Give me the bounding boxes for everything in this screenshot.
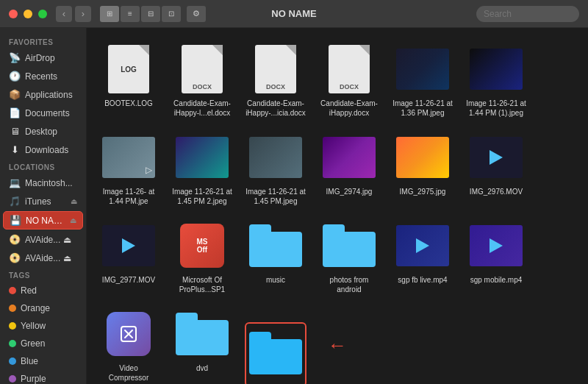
purple-tag-label: Purple xyxy=(21,374,46,384)
docx-icon-3: DOCX xyxy=(329,45,370,93)
img2976-label: IMG_2976.MOV xyxy=(470,187,523,196)
itunes-eject-icon[interactable]: ⏏ xyxy=(71,197,77,205)
sidebar-item-avaide1[interactable]: 📀 AVAide... ⏏ xyxy=(3,231,83,248)
file-item-music[interactable]: music xyxy=(243,216,309,297)
file-item-img2976[interactable]: IMG_2976.MOV xyxy=(463,128,529,209)
dvd-folder-body xyxy=(176,320,229,355)
file-item-msoffice[interactable]: MSOff Microsoft Of ProPlus...SP1 xyxy=(169,216,235,297)
candidate3-label: Candidate-Exam-iHappy.docx xyxy=(319,99,379,118)
file-item-sgpmobile[interactable]: sgp mobile.mp4 xyxy=(463,216,529,297)
sidebar-item-tag-red[interactable]: Red xyxy=(3,282,83,299)
sidebar-item-tag-purple[interactable]: Purple xyxy=(3,371,83,384)
compress-icon xyxy=(117,322,140,346)
sidebar-item-applications[interactable]: 📦 Applications xyxy=(3,86,83,103)
image2-thumb xyxy=(470,49,523,90)
icon-view-button[interactable]: ⊞ xyxy=(100,6,119,22)
file-thumb-bootex: LOG xyxy=(102,43,155,96)
image5-label: Image 11-26-21 at 1.45 PM.jpeg xyxy=(245,187,306,206)
itunes-icon: 🎵 xyxy=(9,196,21,207)
macintosh-icon: 💻 xyxy=(9,177,21,188)
file-item-image5[interactable]: Image 11-26-21 at 1.45 PM.jpeg xyxy=(243,128,309,209)
file-item-candidate3[interactable]: DOCX Candidate-Exam-iHappy.docx xyxy=(316,40,382,121)
image4-label: Image 11-26-21 at 1.45 PM 2.jpeg xyxy=(172,187,232,206)
file-grid: LOG BOOTEX.LOG DOCX Candidate-Exam-iHapp… xyxy=(96,40,579,384)
file-item-videocomp[interactable]: Video Compressor xyxy=(96,305,162,384)
column-view-button[interactable]: ⊟ xyxy=(141,6,160,22)
green-tag-label: Green xyxy=(21,338,45,349)
file-item-image4[interactable]: Image 11-26-21 at 1.45 PM 2.jpeg xyxy=(169,128,235,209)
sort-settings-button[interactable]: ⚙ xyxy=(187,6,206,22)
file-item-image3[interactable]: Image 11-26- at 1.44 PM.jpe xyxy=(96,128,162,209)
search-input[interactable] xyxy=(476,6,579,22)
airdrop-label: AirDrop xyxy=(25,53,55,63)
locations-label: Locations xyxy=(0,159,86,174)
red-tag-dot xyxy=(9,287,16,294)
sidebar-item-documents[interactable]: 📄 Documents xyxy=(3,104,83,121)
file-item-dvdfiles[interactable]: ← DVD files xyxy=(243,319,309,384)
candidate1-label: Candidate-Exam-iHappy-l...el.docx xyxy=(172,99,232,118)
file-thumb-img2975 xyxy=(396,131,449,184)
file-thumb-image1 xyxy=(396,43,449,96)
yellow-tag-dot xyxy=(9,322,16,330)
applications-icon: 📦 xyxy=(9,89,21,100)
file-item-img2977[interactable]: IMG_2977.MOV xyxy=(96,216,162,297)
file-thumb-image2 xyxy=(470,43,523,96)
file-thumb-img2976 xyxy=(470,131,523,184)
close-button[interactable] xyxy=(9,10,18,18)
favorites-label: Favorites xyxy=(0,34,86,49)
file-item-bootex[interactable]: LOG BOOTEX.LOG xyxy=(96,40,162,121)
file-item-dvd[interactable]: dvd xyxy=(169,305,235,384)
back-button[interactable]: ‹ xyxy=(56,6,72,22)
file-item-image1[interactable]: Image 11-26-21 at 1.36 PM.jpeg xyxy=(390,40,456,121)
sidebar-item-tag-orange[interactable]: Orange xyxy=(3,300,83,316)
file-thumb-img2977 xyxy=(102,219,155,272)
candidate2-label: Candidate-Exam-iHappy-...icia.docx xyxy=(245,99,306,118)
image1-label: Image 11-26-21 at 1.36 PM.jpeg xyxy=(392,99,453,118)
img2974-label: IMG_2974.jpg xyxy=(326,187,373,196)
recents-icon: 🕐 xyxy=(9,71,21,82)
forward-button[interactable]: › xyxy=(75,6,91,22)
minimize-button[interactable] xyxy=(24,10,32,18)
sidebar-item-tag-green[interactable]: Green xyxy=(3,335,83,352)
dvd-label: dvd xyxy=(196,363,208,373)
image3-thumb xyxy=(102,137,155,178)
maximize-button[interactable] xyxy=(38,10,47,18)
downloads-icon: ⬇ xyxy=(9,144,21,155)
sidebar-item-airdrop[interactable]: 📡 AirDrop xyxy=(3,49,83,66)
noname-eject-icon[interactable]: ⏏ xyxy=(70,216,76,224)
list-view-button[interactable]: ≡ xyxy=(121,6,140,22)
airdrop-icon: 📡 xyxy=(9,52,21,63)
sidebar-item-tag-yellow[interactable]: Yellow xyxy=(3,318,83,334)
sidebar-item-tag-blue[interactable]: Blue xyxy=(3,353,83,369)
file-grid-container: LOG BOOTEX.LOG DOCX Candidate-Exam-iHapp… xyxy=(87,28,588,384)
file-item-candidate2[interactable]: DOCX Candidate-Exam-iHappy-...icia.docx xyxy=(243,40,309,121)
bootex-label: BOOTEX.LOG xyxy=(104,99,153,108)
file-item-sgpfb[interactable]: sgp fb live.mp4 xyxy=(390,216,456,297)
file-thumb-candidate1: DOCX xyxy=(176,43,229,96)
file-item-image2[interactable]: Image 11-26-21 at 1.44 PM (1).jpeg xyxy=(463,40,529,121)
image3-label: Image 11-26- at 1.44 PM.jpe xyxy=(98,187,159,206)
sgpmobile-thumb xyxy=(470,225,523,266)
sidebar-item-desktop[interactable]: 🖥 Desktop xyxy=(3,123,83,140)
dvdfiles-folder-body xyxy=(249,339,302,374)
image2-label: Image 11-26-21 at 1.44 PM (1).jpeg xyxy=(466,99,526,118)
file-item-photos[interactable]: photos from android xyxy=(316,216,382,297)
sidebar-item-downloads[interactable]: ⬇ Downloads xyxy=(3,141,83,158)
file-item-img2974[interactable]: IMG_2974.jpg xyxy=(316,128,382,209)
green-tag-dot xyxy=(9,340,16,347)
photos-label: photos from android xyxy=(319,275,379,294)
photos-folder-body xyxy=(323,232,376,267)
videocomp-label: Video Compressor xyxy=(98,363,159,383)
file-item-candidate1[interactable]: DOCX Candidate-Exam-iHappy-l...el.docx xyxy=(169,40,235,121)
macintosh-label: Macintosh... xyxy=(25,178,73,188)
sidebar-item-recents[interactable]: 🕐 Recents xyxy=(3,68,83,85)
sidebar-item-avaide2[interactable]: 📀 AVAide... ⏏ xyxy=(3,249,83,266)
blue-tag-dot xyxy=(9,358,16,365)
msoffice-label: Microsoft Of ProPlus...SP1 xyxy=(172,275,232,294)
sidebar-item-itunes[interactable]: 🎵 iTunes ⏏ xyxy=(3,193,83,210)
photos-folder-icon xyxy=(323,224,376,267)
sidebar-item-noname[interactable]: 💾 NO NAME ⏏ xyxy=(3,211,83,230)
gallery-view-button[interactable]: ⊡ xyxy=(162,6,181,22)
file-item-img2975[interactable]: IMG_2975.jpg xyxy=(390,128,456,209)
sidebar-item-macintosh[interactable]: 💻 Macintosh... xyxy=(3,174,83,191)
